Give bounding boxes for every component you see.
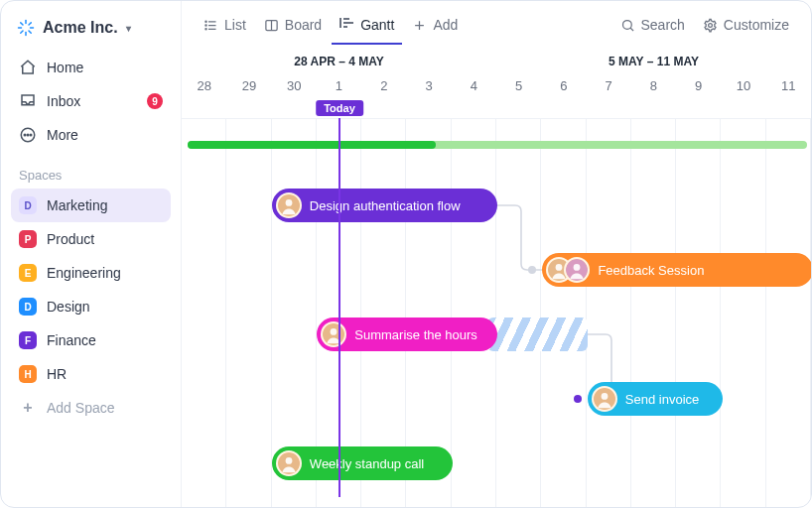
gantt-icon <box>339 18 354 33</box>
week-label: 5 MAY – 11 MAY <box>496 45 811 72</box>
task-label: Design authentication flow <box>310 198 461 213</box>
space-label: Product <box>47 231 94 247</box>
space-label: Finance <box>47 332 96 348</box>
svg-point-9 <box>24 134 26 136</box>
svg-line-7 <box>29 23 31 25</box>
space-color-icon: D <box>19 196 37 214</box>
task-label: Feedback Session <box>598 263 704 278</box>
plus-icon <box>412 18 427 33</box>
day-column-header: 6 <box>541 72 586 99</box>
add-space-label: Add Space <box>47 400 115 416</box>
sidebar-space-finance[interactable]: FFinance <box>11 323 171 357</box>
space-color-icon: F <box>19 331 37 349</box>
view-board[interactable]: Board <box>256 11 330 45</box>
add-view[interactable]: Add <box>404 11 466 45</box>
dependency-endpoint <box>574 395 582 403</box>
space-label: HR <box>47 366 67 382</box>
gantt-task-invoice[interactable]: Send invoice <box>588 382 723 416</box>
view-gantt[interactable]: Gantt <box>332 11 402 45</box>
view-list[interactable]: List <box>196 11 254 45</box>
svg-line-4 <box>21 23 23 25</box>
workspace-logo-icon <box>17 19 35 37</box>
space-label: Engineering <box>47 265 121 281</box>
svg-line-23 <box>630 28 633 31</box>
assignee-avatar <box>321 321 346 347</box>
day-column-header: 30 <box>272 72 317 99</box>
sidebar-space-design[interactable]: DDesign <box>11 290 171 323</box>
today-line <box>338 118 340 497</box>
svg-point-36 <box>285 457 292 464</box>
nav-home[interactable]: Home <box>11 51 171 84</box>
svg-line-6 <box>21 31 23 33</box>
sidebar-space-marketing[interactable]: DMarketing <box>11 189 171 222</box>
day-column-header: 11 <box>766 72 811 99</box>
progress-fill <box>188 141 436 149</box>
assignee-avatar <box>592 386 617 412</box>
svg-point-10 <box>27 134 29 136</box>
gantt-task-auth[interactable]: Design authentication flow <box>272 189 497 222</box>
task-label: Summarise the hours <box>354 327 477 342</box>
svg-point-28 <box>556 264 563 271</box>
task-label: Send invoice <box>625 392 699 407</box>
day-column-header: 28 <box>182 72 226 99</box>
day-column-header: 10 <box>721 72 765 99</box>
day-column-header: 29 <box>226 72 271 99</box>
space-color-icon: E <box>19 264 37 282</box>
space-color-icon: H <box>19 365 37 383</box>
gantt-task-feedback[interactable]: Feedback Session <box>542 253 811 287</box>
assignee-avatar <box>564 257 590 283</box>
gantt-task-standup[interactable]: Weekly standup call <box>272 446 453 480</box>
week-label: 28 APR – 4 MAY <box>182 45 496 72</box>
workspace-name: Acme Inc. <box>43 19 118 37</box>
add-space-button[interactable]: + Add Space <box>11 391 171 425</box>
svg-point-16 <box>205 24 206 25</box>
dependency-endpoint <box>528 266 536 274</box>
day-column-header: 3 <box>406 72 451 99</box>
svg-point-24 <box>708 23 712 27</box>
chevron-down-icon: ▾ <box>126 23 131 34</box>
sidebar-space-product[interactable]: PProduct <box>11 222 171 256</box>
list-icon <box>203 18 218 33</box>
nav-more[interactable]: More <box>11 118 171 152</box>
space-label: Marketing <box>47 197 107 213</box>
day-column-header: 5 <box>496 72 541 99</box>
svg-point-26 <box>285 199 292 206</box>
day-column-header: 1 <box>317 72 361 99</box>
customize-button[interactable]: Customize <box>695 11 797 45</box>
svg-point-32 <box>331 328 338 335</box>
gear-icon <box>703 18 718 33</box>
svg-point-22 <box>622 20 631 29</box>
inbox-icon <box>19 92 37 110</box>
search-button[interactable]: Search <box>612 11 693 45</box>
assignee-avatar <box>276 192 302 218</box>
today-marker: Today <box>316 100 363 116</box>
spaces-section-label: Spaces <box>11 152 171 189</box>
sidebar-space-engineering[interactable]: EEngineering <box>11 256 171 290</box>
more-icon <box>19 126 37 144</box>
svg-point-15 <box>205 21 206 22</box>
day-column-header: 9 <box>676 72 721 99</box>
workspace-switcher[interactable]: Acme Inc. ▾ <box>11 13 171 51</box>
svg-line-5 <box>29 31 31 33</box>
svg-point-34 <box>601 393 608 400</box>
task-buffer <box>487 318 588 351</box>
gantt-task-hours[interactable]: Summarise the hours <box>317 318 497 351</box>
sidebar-space-hr[interactable]: HHR <box>11 357 171 391</box>
day-column-header: 4 <box>452 72 496 99</box>
search-icon <box>620 18 635 33</box>
home-icon <box>19 59 37 76</box>
nav-inbox[interactable]: Inbox 9 <box>11 84 171 118</box>
svg-point-11 <box>30 134 32 136</box>
svg-point-17 <box>205 28 206 29</box>
space-label: Design <box>47 299 90 315</box>
nav-label: Home <box>47 60 83 75</box>
task-label: Weekly standup call <box>310 456 424 471</box>
gantt-timeline[interactable]: 28 APR – 4 MAY 5 MAY – 11 MAY 2829301234… <box>182 45 811 507</box>
day-column-header: 8 <box>631 72 676 99</box>
view-toolbar: List Board Gantt Add Search Customize <box>182 1 811 45</box>
svg-point-30 <box>574 264 581 271</box>
nav-label: More <box>47 127 78 143</box>
space-color-icon: P <box>19 230 37 248</box>
day-column-header: 2 <box>361 72 406 99</box>
space-color-icon: D <box>19 298 37 316</box>
